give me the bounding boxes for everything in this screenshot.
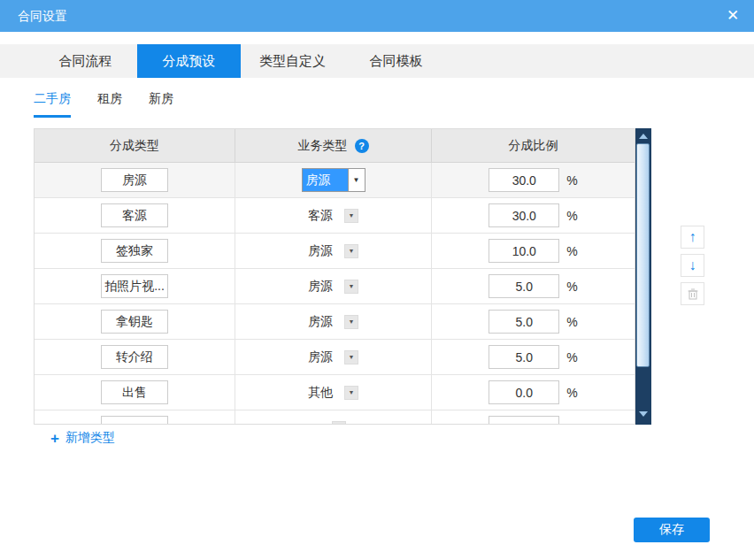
header-business-type-label: 业务类型 bbox=[298, 129, 348, 162]
table-row: 房源▼% bbox=[35, 163, 635, 198]
chevron-down-icon[interactable]: ▼ bbox=[344, 315, 358, 329]
split-type-input[interactable] bbox=[101, 380, 168, 404]
help-icon[interactable]: ? bbox=[355, 139, 369, 153]
triangle-down-icon bbox=[639, 411, 648, 417]
contract-settings-dialog: 合同设置 ✕ 合同流程 分成预设 类型自定义 合同模板 二手房 租房 新房 分成… bbox=[0, 0, 754, 560]
chevron-down-icon[interactable]: ▼ bbox=[344, 244, 358, 258]
business-type-cell: 房源▼ bbox=[235, 163, 432, 197]
business-type-value: 房源 bbox=[308, 279, 333, 295]
table-row: 房源▼% bbox=[35, 304, 635, 340]
percent-sign: % bbox=[566, 209, 577, 223]
vertical-scrollbar[interactable] bbox=[635, 128, 651, 425]
table-row: 房源▼% bbox=[35, 234, 635, 269]
move-row-up-button[interactable]: ↑ bbox=[681, 226, 704, 249]
split-type-cell bbox=[35, 304, 235, 339]
split-ratio-cell: % bbox=[432, 304, 635, 339]
split-ratio-input[interactable] bbox=[489, 168, 559, 192]
split-type-cell bbox=[35, 234, 235, 268]
percent-sign: % bbox=[566, 244, 577, 258]
add-type-link[interactable]: + 新增类型 bbox=[50, 430, 115, 446]
subtab-rental[interactable]: 租房 bbox=[97, 91, 122, 118]
percent-sign: % bbox=[566, 280, 577, 294]
tab-custom-type[interactable]: 类型自定义 bbox=[241, 44, 344, 78]
split-presets-table: 分成类型 业务类型 ? 分成比例 房源▼%客源▼%房源▼%房源▼%房源▼%房源▼… bbox=[34, 128, 635, 425]
trash-icon bbox=[687, 288, 699, 300]
split-ratio-input[interactable] bbox=[489, 310, 559, 334]
business-type-cell: 客源▼ bbox=[235, 198, 432, 233]
table-row: ▼% bbox=[35, 410, 635, 425]
tab-contract-process[interactable]: 合同流程 bbox=[34, 44, 137, 78]
dialog-title: 合同设置 bbox=[18, 0, 67, 32]
business-type-value: 房源 bbox=[308, 349, 333, 365]
split-ratio-input[interactable] bbox=[489, 203, 559, 227]
split-type-cell bbox=[35, 410, 235, 425]
main-tab-bar: 合同流程 分成预设 类型自定义 合同模板 bbox=[0, 44, 754, 78]
close-icon[interactable]: ✕ bbox=[724, 7, 742, 25]
table-row: 客源▼% bbox=[35, 198, 635, 234]
split-type-cell bbox=[35, 375, 235, 410]
split-type-cell bbox=[35, 269, 235, 303]
percent-sign: % bbox=[566, 350, 577, 364]
business-type-cell: 房源▼ bbox=[235, 269, 432, 303]
percent-sign: % bbox=[566, 421, 577, 426]
split-ratio-cell: % bbox=[432, 198, 635, 233]
split-ratio-input[interactable] bbox=[489, 416, 559, 425]
scrollbar-thumb[interactable] bbox=[636, 143, 650, 367]
business-type-value: 其他 bbox=[308, 385, 333, 401]
split-ratio-input[interactable] bbox=[489, 239, 559, 263]
table-body: 房源▼%客源▼%房源▼%房源▼%房源▼%房源▼%其他▼%▼% bbox=[35, 163, 635, 425]
chevron-down-icon[interactable]: ▼ bbox=[348, 169, 365, 191]
split-type-input[interactable] bbox=[101, 345, 168, 369]
arrow-down-icon: ↓ bbox=[689, 258, 696, 272]
split-ratio-cell: % bbox=[432, 410, 635, 425]
subtab-newhouse[interactable]: 新房 bbox=[149, 91, 173, 118]
split-ratio-input[interactable] bbox=[489, 345, 559, 369]
arrow-up-icon: ↑ bbox=[689, 230, 696, 244]
split-type-input[interactable] bbox=[101, 310, 168, 334]
sub-tab-bar: 二手房 租房 新房 bbox=[34, 91, 173, 118]
header-split-type: 分成类型 bbox=[35, 129, 235, 162]
business-type-select[interactable]: 房源▼ bbox=[302, 168, 365, 192]
tab-split-presets[interactable]: 分成预设 bbox=[137, 44, 241, 78]
plus-icon: + bbox=[50, 431, 59, 446]
scroll-down-icon[interactable] bbox=[635, 411, 651, 417]
chevron-down-icon[interactable]: ▼ bbox=[344, 209, 358, 223]
business-type-value: 客源 bbox=[308, 208, 333, 224]
business-type-cell: 其他▼ bbox=[235, 375, 432, 410]
split-ratio-cell: % bbox=[432, 163, 635, 197]
business-type-selected-text: 房源 bbox=[303, 169, 348, 191]
header-split-ratio: 分成比例 bbox=[432, 129, 635, 162]
subtab-secondhand[interactable]: 二手房 bbox=[34, 91, 71, 118]
split-ratio-cell: % bbox=[432, 234, 635, 268]
chevron-down-icon[interactable]: ▼ bbox=[332, 421, 346, 426]
percent-sign: % bbox=[566, 386, 577, 400]
split-type-input[interactable] bbox=[101, 274, 168, 298]
split-ratio-cell: % bbox=[432, 375, 635, 410]
save-button[interactable]: 保存 bbox=[634, 518, 710, 542]
split-type-cell bbox=[35, 198, 235, 233]
split-ratio-cell: % bbox=[432, 340, 635, 374]
delete-row-button[interactable] bbox=[681, 282, 704, 305]
header-business-type: 业务类型 ? bbox=[235, 129, 432, 162]
split-type-input[interactable] bbox=[101, 168, 168, 192]
business-type-cell: 房源▼ bbox=[235, 234, 432, 268]
split-type-input[interactable] bbox=[101, 203, 168, 227]
business-type-cell: ▼ bbox=[235, 410, 432, 425]
split-type-input[interactable] bbox=[101, 416, 168, 425]
table-row: 房源▼% bbox=[35, 269, 635, 304]
business-type-value: 房源 bbox=[308, 243, 333, 259]
scroll-up-icon[interactable] bbox=[635, 128, 651, 143]
tab-contract-template[interactable]: 合同模板 bbox=[344, 44, 448, 78]
business-type-cell: 房源▼ bbox=[235, 304, 432, 339]
chevron-down-icon[interactable]: ▼ bbox=[344, 350, 358, 364]
add-type-label: 新增类型 bbox=[65, 430, 115, 446]
split-type-cell bbox=[35, 163, 235, 197]
split-ratio-input[interactable] bbox=[489, 380, 559, 404]
business-type-cell: 房源▼ bbox=[235, 340, 432, 374]
percent-sign: % bbox=[566, 315, 577, 329]
move-row-down-button[interactable]: ↓ bbox=[681, 254, 704, 277]
split-ratio-input[interactable] bbox=[489, 274, 559, 298]
split-type-input[interactable] bbox=[101, 239, 168, 263]
chevron-down-icon[interactable]: ▼ bbox=[344, 386, 358, 400]
chevron-down-icon[interactable]: ▼ bbox=[344, 280, 358, 294]
